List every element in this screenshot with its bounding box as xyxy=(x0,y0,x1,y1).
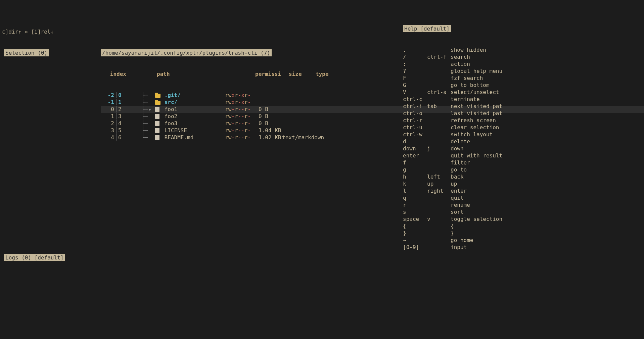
table-row[interactable]: 4│6 ╰─ README.mdrw-r--r-1.02 KBtext/mark… xyxy=(101,134,644,141)
help-key-secondary xyxy=(427,110,451,117)
file-icon xyxy=(155,127,161,134)
help-description: fzf search xyxy=(451,75,508,82)
help-description: delete xyxy=(451,138,508,145)
help-entry: hleftback xyxy=(403,173,510,180)
help-key-primary: h xyxy=(403,173,427,180)
row-mimetype xyxy=(282,120,336,127)
help-entry: Ggo to bottom xyxy=(403,82,510,89)
help-key-secondary: v xyxy=(427,215,451,223)
help-key-primary: F xyxy=(403,75,427,82)
help-description: show hidden xyxy=(451,46,508,53)
row-rel-index: 1 xyxy=(101,113,114,120)
col-size: size xyxy=(289,70,316,78)
help-description: rename xyxy=(451,201,508,208)
help-entry: ffilter xyxy=(403,159,510,166)
help-key-primary: . xyxy=(403,46,427,53)
help-entry: ctrl-wswitch layout xyxy=(403,131,510,138)
row-rel-index: -2 xyxy=(101,92,114,99)
help-entry: ctrl-rrefresh screen xyxy=(403,117,510,124)
help-key-primary: : xyxy=(403,60,427,67)
help-key-primary: [0-9] xyxy=(403,244,427,251)
help-key-secondary xyxy=(427,159,451,166)
row-size xyxy=(259,99,282,106)
help-entry: /ctrl-fsearch xyxy=(403,53,510,60)
help-key-primary: ctrl-c xyxy=(403,96,427,103)
help-entry: downjdown xyxy=(403,145,510,152)
help-key-secondary: up xyxy=(427,180,451,187)
help-entry: enterquit with result xyxy=(403,152,510,159)
help-key-primary: ctrl-w xyxy=(403,131,427,138)
help-key-primary: / xyxy=(403,53,427,60)
tree-branch-icon: ├─ xyxy=(132,127,148,134)
help-description: { xyxy=(451,223,508,230)
help-entry: ctrl-cterminate xyxy=(403,96,510,103)
row-permissions: rw-r--r- xyxy=(225,134,259,141)
help-key-secondary xyxy=(427,75,451,82)
help-entry: ~go home xyxy=(403,237,510,244)
row-mimetype xyxy=(282,106,336,113)
help-description: go home xyxy=(451,237,508,244)
sort-filter-bar: c]dir↑ » [i]rel↓ xyxy=(0,28,644,35)
help-key-primary: { xyxy=(403,223,427,230)
help-key-secondary xyxy=(427,208,451,215)
row-mimetype xyxy=(282,99,336,106)
help-key-secondary xyxy=(427,166,451,173)
file-icon xyxy=(155,113,161,120)
col-index: index xyxy=(101,70,131,78)
row-filename: foo3 xyxy=(161,120,225,127)
help-description: switch layout xyxy=(451,131,508,138)
row-mimetype xyxy=(282,92,336,99)
help-key-primary: l xyxy=(403,187,427,194)
row-mimetype xyxy=(282,127,336,134)
tree-branch-icon: ├─ xyxy=(132,106,148,113)
help-description: filter xyxy=(451,159,508,166)
help-description: toggle selection xyxy=(451,215,508,223)
help-key-secondary: right xyxy=(427,187,451,194)
help-key-primary: G xyxy=(403,82,427,89)
help-key-primary: ctrl-u xyxy=(403,124,427,131)
table-row[interactable]: 1│3 ├─ foo2rw-r--r-0 B xyxy=(101,113,644,120)
help-entry: }} xyxy=(403,230,510,237)
help-key-secondary xyxy=(427,46,451,53)
file-table-body[interactable]: -2│0 ├─ .git/rwxr-xr--1│1 ├─ src/rwxr-xr… xyxy=(0,92,644,141)
help-description: refresh screen xyxy=(451,117,508,124)
table-row[interactable]: -1│1 ├─ src/rwxr-xr- xyxy=(101,99,644,106)
row-permissions: rw-r--r- xyxy=(225,127,259,134)
tree-branch-icon: ╰─ xyxy=(132,134,148,141)
help-entry: lrightenter xyxy=(403,187,510,194)
help-description: select/unselect xyxy=(451,89,508,96)
help-panel-title: Help [default] xyxy=(403,25,451,32)
help-entry: .show hidden xyxy=(403,46,510,53)
help-description: sort xyxy=(451,208,508,215)
row-rel-index: 3 xyxy=(101,127,114,134)
help-key-primary: q xyxy=(403,194,427,201)
row-abs-index: 0 xyxy=(118,92,132,99)
row-mimetype xyxy=(282,113,336,120)
help-key-secondary xyxy=(427,60,451,67)
folder-icon xyxy=(155,99,161,106)
help-key-primary: f xyxy=(403,159,427,166)
help-key-primary: s xyxy=(403,208,427,215)
help-description: search xyxy=(451,53,508,60)
table-row[interactable]: 2│4 ├─ foo3rw-r--r-0 B xyxy=(101,120,644,127)
table-row[interactable]: 0│2 ├─▸ foo1rw-r--r-0 B xyxy=(101,106,644,113)
row-abs-index: 6 xyxy=(118,134,132,141)
row-filename: foo1 xyxy=(161,106,225,113)
help-entry: ctrl-uclear selection xyxy=(403,124,510,131)
selection-panel-title: Selection (0) xyxy=(4,49,49,56)
help-description: quit with result xyxy=(451,152,508,159)
help-key-secondary xyxy=(427,201,451,208)
table-row[interactable]: 3│5 ├─ LICENSErw-r--r-1.04 KB xyxy=(101,127,644,134)
cursor-arrow-icon xyxy=(148,127,155,134)
help-description: } xyxy=(451,230,508,237)
help-description: action xyxy=(451,60,508,67)
table-row[interactable]: -2│0 ├─ .git/rwxr-xr- xyxy=(101,92,644,99)
help-key-secondary xyxy=(427,117,451,124)
help-key-secondary xyxy=(427,67,451,75)
help-key-secondary xyxy=(427,194,451,201)
help-panel: Help [default] .show hidden/ctrl-fsearch… xyxy=(403,11,510,258)
help-key-secondary xyxy=(427,82,451,89)
help-key-secondary: ctrl-f xyxy=(427,53,451,60)
cursor-arrow-icon xyxy=(148,92,155,99)
help-entry: :action xyxy=(403,60,510,67)
